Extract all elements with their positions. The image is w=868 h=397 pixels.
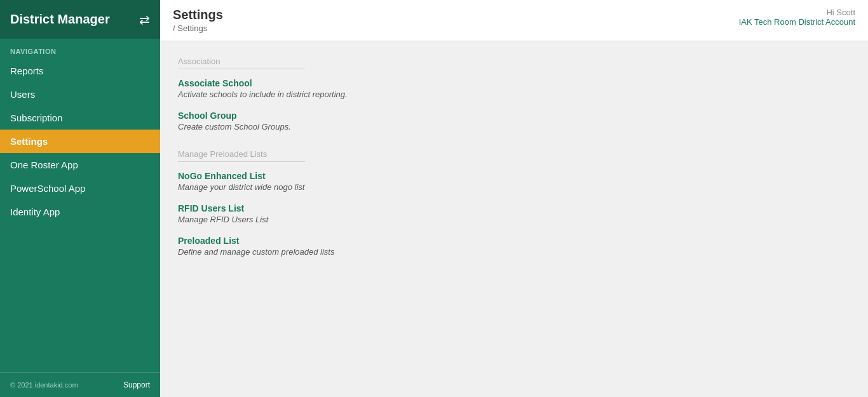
sidebar-item-users[interactable]: Users — [0, 83, 160, 106]
rfid-users-list-link[interactable]: RFID Users List — [178, 203, 850, 213]
preloaded-list-desc: Define and manage custom preloaded lists — [178, 247, 850, 257]
sidebar: District Manager ⇄ NAVIGATION Reports Us… — [0, 0, 160, 397]
associate-school-desc: Activate schools to include in district … — [178, 90, 850, 99]
school-group-item: School Group Create custom School Groups… — [178, 111, 850, 131]
main-area: Settings / Settings Hi Scott IAK Tech Ro… — [160, 0, 868, 397]
sidebar-footer: © 2021 identakid.com Support — [0, 372, 160, 397]
sidebar-item-identity-app[interactable]: Identity App — [0, 200, 160, 224]
copyright-text: © 2021 identakid.com — [10, 381, 78, 389]
preloaded-list-item: Preloaded List Define and manage custom … — [178, 236, 850, 257]
association-section: Association Associate School Activate sc… — [178, 57, 850, 131]
association-label: Association — [178, 57, 305, 69]
nogo-enhanced-list-link[interactable]: NoGo Enhanced List — [178, 171, 850, 181]
content-area: Association Associate School Activate sc… — [160, 41, 868, 397]
sidebar-item-powerschool-app[interactable]: PowerSchool App — [0, 177, 160, 200]
nogo-enhanced-list-item: NoGo Enhanced List Manage your district … — [178, 171, 850, 192]
rfid-users-list-desc: Manage RFID Users List — [178, 215, 850, 224]
preloaded-lists-section: Manage Preloaded Lists NoGo Enhanced Lis… — [178, 149, 850, 257]
preloaded-list-link[interactable]: Preloaded List — [178, 236, 850, 246]
page-title: Settings — [173, 8, 223, 22]
user-info: Hi Scott IAK Tech Room District Account — [739, 8, 855, 27]
nogo-enhanced-list-desc: Manage your district wide nogo list — [178, 182, 850, 192]
sidebar-title: District Manager — [10, 12, 110, 27]
support-link[interactable]: Support — [123, 380, 150, 389]
associate-school-link[interactable]: Associate School — [178, 78, 850, 88]
sidebar-header: District Manager ⇄ — [0, 0, 160, 39]
nav-label: NAVIGATION — [0, 39, 160, 59]
school-group-desc: Create custom School Groups. — [178, 122, 850, 131]
page-title-area: Settings / Settings — [173, 8, 223, 33]
top-bar: Settings / Settings Hi Scott IAK Tech Ro… — [160, 0, 868, 41]
transfer-icon: ⇄ — [139, 12, 150, 27]
sidebar-item-settings[interactable]: Settings — [0, 130, 160, 153]
school-group-link[interactable]: School Group — [178, 111, 850, 121]
preloaded-lists-label: Manage Preloaded Lists — [178, 149, 305, 162]
sidebar-item-subscription[interactable]: Subscription — [0, 106, 160, 130]
greeting-text: Hi Scott — [739, 8, 855, 17]
sidebar-item-one-roster-app[interactable]: One Roster App — [0, 153, 160, 177]
rfid-users-list-item: RFID Users List Manage RFID Users List — [178, 203, 850, 224]
user-account[interactable]: IAK Tech Room District Account — [739, 17, 855, 27]
sidebar-item-reports[interactable]: Reports — [0, 59, 160, 83]
breadcrumb: / Settings — [173, 24, 223, 33]
associate-school-item: Associate School Activate schools to inc… — [178, 78, 850, 99]
